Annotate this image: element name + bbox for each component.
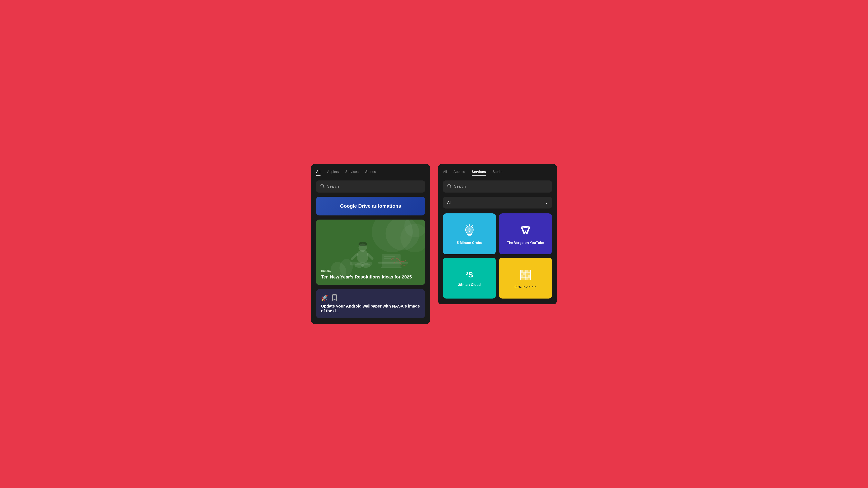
- right-search-box[interactable]: Search: [443, 181, 552, 193]
- search-icon-left: [320, 184, 325, 189]
- rocket-icon: 🚀: [321, 294, 329, 301]
- service-name-99-invisible: 99% Invisible: [515, 285, 536, 289]
- svg-text:🚀: 🚀: [321, 294, 328, 301]
- svg-point-2: [385, 220, 419, 251]
- left-search-placeholder: Search: [327, 184, 339, 189]
- svg-line-28: [472, 226, 473, 226]
- svg-line-31: [465, 229, 466, 229]
- phone-icon: [331, 294, 338, 301]
- service-card-99-invisible[interactable]: 99% Invisible: [499, 258, 552, 298]
- svg-rect-15: [382, 254, 401, 267]
- service-name-verge: The Verge on YouTube: [507, 240, 544, 245]
- tab-stories-left[interactable]: Stories: [365, 170, 376, 175]
- chevron-down-icon: ⌄: [545, 200, 548, 205]
- svg-line-1: [323, 187, 324, 188]
- svg-point-13: [361, 263, 371, 268]
- svg-rect-25: [467, 234, 471, 235]
- right-nav-tabs: All Applets Services Stories: [443, 170, 552, 175]
- tab-all-right[interactable]: All: [443, 170, 447, 175]
- service-card-verge[interactable]: The Verge on YouTube: [499, 214, 552, 254]
- right-screen: All Applets Services Stories Search All …: [438, 164, 557, 304]
- svg-rect-20: [333, 294, 337, 301]
- twosmart-icon: ²S: [466, 271, 473, 279]
- tab-services-left[interactable]: Services: [345, 170, 359, 175]
- left-search-box[interactable]: Search: [316, 181, 425, 193]
- tab-applets-left[interactable]: Applets: [327, 170, 339, 175]
- filter-selected-value: All: [447, 200, 451, 205]
- twosmart-logo-text: ²S: [466, 271, 473, 279]
- android-card-title: Update your Android wallpaper with NASA'…: [321, 304, 420, 313]
- left-nav-tabs: All Applets Services Stories: [316, 170, 425, 175]
- holiday-card[interactable]: Holiday Ten New Year's Resolutions Ideas…: [316, 220, 425, 285]
- svg-rect-18: [384, 258, 391, 259]
- svg-rect-43: [521, 270, 523, 272]
- svg-rect-16: [381, 267, 401, 268]
- svg-rect-17: [384, 256, 395, 257]
- right-search-placeholder: Search: [454, 184, 466, 189]
- svg-rect-45: [526, 270, 528, 272]
- service-card-2smart[interactable]: ²S 2Smart Cloud: [443, 258, 496, 298]
- tab-all-left[interactable]: All: [316, 170, 320, 175]
- holiday-title: Ten New Year's Resolutions Ideas for 202…: [321, 274, 420, 280]
- service-name-five-minute-crafts: 5-Minute Crafts: [457, 240, 482, 245]
- svg-rect-7: [358, 251, 368, 263]
- android-card[interactable]: 🚀 Update your Android wallpaper with NAS…: [316, 289, 425, 318]
- svg-point-33: [469, 232, 470, 232]
- verge-logo-icon: [518, 224, 533, 237]
- tab-stories-right[interactable]: Stories: [493, 170, 503, 175]
- svg-line-24: [450, 187, 452, 188]
- svg-point-3: [404, 220, 425, 237]
- service-name-2smart: 2Smart Cloud: [458, 283, 481, 287]
- android-card-icons: 🚀: [321, 294, 420, 301]
- svg-rect-26: [468, 235, 471, 236]
- filter-dropdown[interactable]: All ⌄: [443, 197, 552, 208]
- holiday-card-content: Holiday Ten New Year's Resolutions Ideas…: [321, 269, 420, 280]
- svg-line-29: [473, 229, 474, 229]
- google-drive-button[interactable]: Google Drive automations: [316, 197, 425, 216]
- svg-line-30: [466, 226, 467, 226]
- tab-services-right[interactable]: Services: [472, 170, 486, 175]
- svg-rect-48: [526, 278, 528, 280]
- svg-rect-44: [523, 273, 525, 275]
- screens-container: All Applets Services Stories Search Goog…: [285, 164, 583, 324]
- svg-line-11: [368, 254, 372, 259]
- holiday-category: Holiday: [321, 269, 420, 272]
- lightbulb-icon: [463, 224, 476, 237]
- svg-rect-47: [521, 275, 523, 277]
- tab-applets-right[interactable]: Applets: [454, 170, 465, 175]
- left-screen: All Applets Services Stories Search Goog…: [311, 164, 430, 324]
- google-drive-label: Google Drive automations: [340, 203, 401, 209]
- svg-line-10: [352, 254, 358, 259]
- svg-rect-46: [528, 275, 530, 277]
- services-grid: 5-Minute Crafts The Verge on YouTube ²S: [443, 214, 552, 298]
- service-card-five-minute-crafts[interactable]: 5-Minute Crafts: [443, 214, 496, 254]
- svg-rect-21: [334, 299, 336, 300]
- search-icon-right: [447, 184, 452, 189]
- svg-point-9: [359, 242, 367, 246]
- grid-icon: [519, 268, 532, 282]
